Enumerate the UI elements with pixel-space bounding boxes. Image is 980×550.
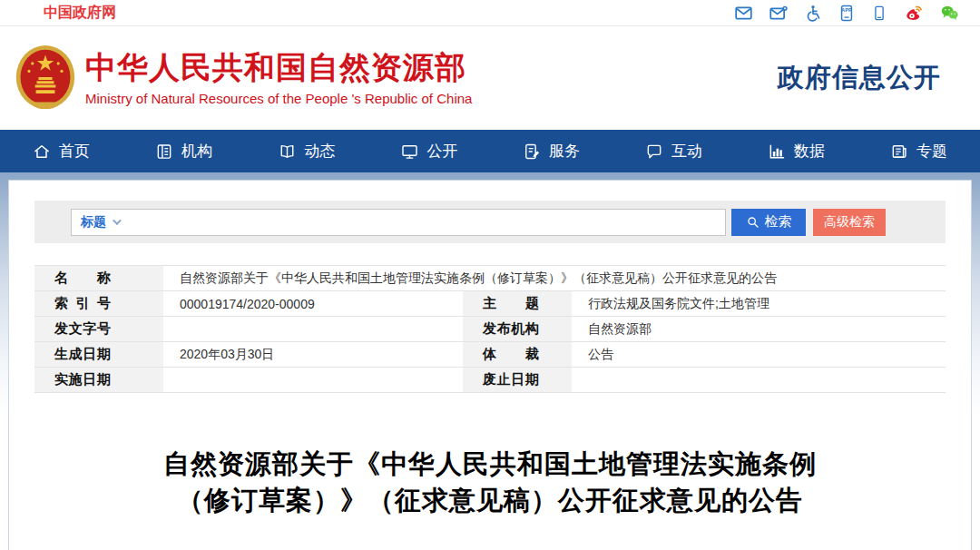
content-card: 标题 检索 高级检索 名称 自然资源部关于《中华人民共和国土地管理法实施条例（修… xyxy=(8,180,972,550)
document-metadata-table: 名称 自然资源部关于《中华人民共和国土地管理法实施条例（修订草案）》（征求意见稿… xyxy=(34,265,946,393)
ministry-title: 中华人民共和国自然资源部 xyxy=(85,50,472,85)
meta-label-issuing-agency: 发布机构 xyxy=(463,317,572,342)
meta-label-index-number: 索引号 xyxy=(34,291,163,317)
monitor-icon xyxy=(400,142,419,161)
nav-label: 数据 xyxy=(794,141,825,162)
search-field-label: 标题 xyxy=(81,214,106,231)
mobile-icon[interactable] xyxy=(871,4,887,23)
table-row: 发文字号 发布机构 自然资源部 xyxy=(34,317,946,342)
page-background: 标题 检索 高级检索 名称 自然资源部关于《中华人民共和国土地管理法实施条例（修… xyxy=(0,172,980,550)
ministry-title-english: Ministry of Natural Resources of the Peo… xyxy=(85,91,472,106)
weibo-icon[interactable] xyxy=(903,4,924,23)
home-icon xyxy=(33,142,51,161)
nav-item-services[interactable]: 服务 xyxy=(490,130,612,172)
search-input[interactable] xyxy=(126,211,725,234)
advanced-search-button[interactable]: 高级检索 xyxy=(813,209,886,236)
meta-label-effective-date: 实施日期 xyxy=(34,368,163,393)
meta-label-document-number: 发文字号 xyxy=(34,317,163,342)
table-row: 名称 自然资源部关于《中华人民共和国土地管理法实施条例（修订草案）》（征求意见稿… xyxy=(34,266,946,291)
service-icon xyxy=(523,142,541,161)
nav-label: 公开 xyxy=(427,141,458,162)
nav-item-interaction[interactable]: 互动 xyxy=(612,130,735,172)
nav-label: 服务 xyxy=(549,141,580,162)
nav-item-news[interactable]: 动态 xyxy=(245,130,368,172)
table-row: 实施日期 废止日期 xyxy=(34,368,946,393)
search-box: 标题 xyxy=(71,209,726,236)
chat-icon xyxy=(645,142,663,161)
nav-item-topics[interactable]: 专题 xyxy=(858,130,980,172)
search-bar: 标题 检索 高级检索 xyxy=(34,201,946,243)
article-title: 自然资源部关于《中华人民共和国土地管理法实施条例（修订草案）》（征求意见稿）公开… xyxy=(145,446,835,518)
nav-item-home[interactable]: 首页 xyxy=(0,130,122,172)
ministry-logo[interactable]: 中华人民共和国自然资源部 Ministry of Natural Resourc… xyxy=(13,42,472,114)
top-utility-bar: 中国政府网 APP xyxy=(0,0,980,26)
page-section-title: 政府信息公开 xyxy=(778,60,941,96)
nav-label: 互动 xyxy=(671,141,702,162)
meta-label-name: 名称 xyxy=(34,266,163,291)
newspaper-icon xyxy=(890,142,908,161)
meta-label-subject: 主题 xyxy=(463,291,572,317)
meta-label-creation-date: 生成日期 xyxy=(34,342,163,368)
topbar-icon-group: APP xyxy=(734,4,960,23)
nav-item-disclosure[interactable]: 公开 xyxy=(368,130,490,172)
national-emblem-icon xyxy=(13,42,78,114)
nav-label: 动态 xyxy=(305,141,336,162)
nav-label: 专题 xyxy=(916,141,947,162)
meta-value-effective-date xyxy=(163,368,463,393)
site-header: 中华人民共和国自然资源部 Ministry of Natural Resourc… xyxy=(0,26,980,130)
nav-item-organization[interactable]: 机构 xyxy=(122,130,245,172)
search-button[interactable]: 检索 xyxy=(731,209,806,236)
wechat-icon[interactable] xyxy=(939,4,960,23)
book-icon xyxy=(278,142,297,161)
meta-value-subject: 行政法规及国务院文件;土地管理 xyxy=(572,291,946,317)
mail-subscribe-icon[interactable] xyxy=(769,4,789,23)
search-field-selector[interactable]: 标题 xyxy=(72,214,126,231)
nav-label: 机构 xyxy=(181,141,212,162)
gov-portal-link[interactable]: 中国政府网 xyxy=(44,4,116,23)
mail-icon[interactable] xyxy=(734,4,753,23)
search-button-label: 检索 xyxy=(765,213,792,231)
main-navigation: 首页 机构 动态 公开 服务 互动 数据 专题 xyxy=(0,130,980,172)
meta-value-index-number: 000019174/2020-00009 xyxy=(163,291,463,317)
svg-text:APP: APP xyxy=(841,7,852,13)
meta-value-document-number xyxy=(163,317,463,342)
meta-value-name: 自然资源部关于《中华人民共和国土地管理法实施条例（修订草案）》（征求意见稿）公开… xyxy=(163,266,946,291)
accessibility-icon[interactable] xyxy=(804,4,822,23)
table-row: 索引号 000019174/2020-00009 主题 行政法规及国务院文件;土… xyxy=(34,291,946,317)
meta-label-genre: 体裁 xyxy=(463,342,572,368)
meta-label-repeal-date: 废止日期 xyxy=(463,368,572,393)
nav-item-data[interactable]: 数据 xyxy=(735,130,858,172)
app-icon[interactable]: APP xyxy=(838,4,856,23)
nav-label: 首页 xyxy=(59,141,90,162)
chevron-down-icon xyxy=(113,216,122,225)
meta-value-repeal-date xyxy=(572,368,946,393)
chart-icon xyxy=(768,142,786,161)
table-row: 生成日期 2020年03月30日 体裁 公告 xyxy=(34,342,946,368)
search-icon xyxy=(746,215,760,230)
meta-value-genre: 公告 xyxy=(572,342,946,368)
meta-value-issuing-agency: 自然资源部 xyxy=(572,317,946,342)
meta-value-creation-date: 2020年03月30日 xyxy=(163,342,463,368)
org-icon xyxy=(155,142,173,161)
